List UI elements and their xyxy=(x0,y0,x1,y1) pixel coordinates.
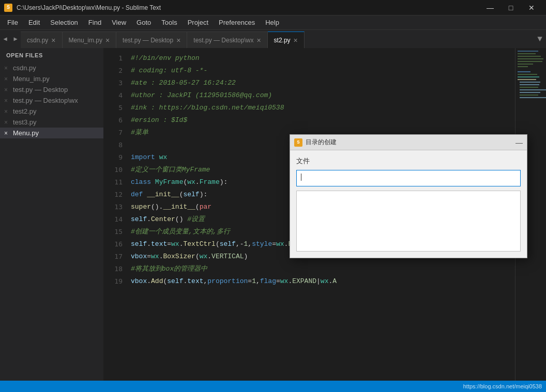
menu-help[interactable]: Help xyxy=(260,15,284,29)
line-num-3: 3 xyxy=(103,77,127,89)
sidebar-file-name: csdn.py xyxy=(13,64,36,72)
sidebar-item-test2[interactable]: × test2.py xyxy=(0,106,103,117)
line-num-14: 14 xyxy=(103,213,127,226)
tab-close-test-wx[interactable]: × xyxy=(256,37,261,44)
tab-label-test-wx: test.py — Desktop\wx xyxy=(193,37,253,44)
tab-nav-left[interactable]: ◀ xyxy=(0,30,10,48)
menu-goto[interactable]: Goto xyxy=(131,15,156,29)
menu-edit[interactable]: Edit xyxy=(23,15,45,29)
sidebar-header: OPEN FILES xyxy=(0,48,103,62)
dialog-file-input[interactable] xyxy=(296,170,521,186)
svg-rect-7 xyxy=(518,66,528,67)
close-button[interactable]: ✕ xyxy=(521,0,542,15)
sidebar-item-test-wx[interactable]: × test.py — Desktop\wx xyxy=(0,95,103,106)
tab-menu-im[interactable]: Menu_im.py × xyxy=(63,32,117,48)
code-line-18: #将其放到box的管理器中 xyxy=(131,263,515,275)
minimize-button[interactable]: — xyxy=(480,0,501,15)
svg-rect-8 xyxy=(518,71,530,72)
sidebar-file-name: Menu.py xyxy=(13,129,39,137)
close-icon: × xyxy=(4,108,8,115)
title-text: C:\Users\JackPi\Desktop\wx\Menu.py - Sub… xyxy=(17,4,161,11)
code-line-6: #ersion : $Id$ xyxy=(131,114,515,127)
menu-view[interactable]: View xyxy=(107,15,131,29)
dialog[interactable]: S 目录的创建 — 文件 xyxy=(290,134,527,258)
close-icon: × xyxy=(4,65,8,72)
title-bar: S C:\Users\JackPi\Desktop\wx\Menu.py - S… xyxy=(0,0,546,15)
close-icon: × xyxy=(4,86,8,93)
menu-tools[interactable]: Tools xyxy=(156,15,182,29)
title-controls: — □ ✕ xyxy=(480,0,542,15)
app-icon: S xyxy=(4,4,12,12)
tab-close-menu-im[interactable]: × xyxy=(105,37,110,44)
svg-rect-18 xyxy=(520,97,546,98)
tab-nav-right[interactable]: ▶ xyxy=(10,30,21,48)
line-num-5: 5 xyxy=(103,102,127,114)
line-num-16: 16 xyxy=(103,238,127,250)
svg-rect-13 xyxy=(520,84,539,85)
line-num-19: 19 xyxy=(103,275,127,288)
sidebar-file-name: test3.py xyxy=(13,118,37,126)
dialog-title-left: S 目录的创建 xyxy=(294,138,337,147)
svg-rect-5 xyxy=(518,61,542,62)
close-icon: × xyxy=(4,119,8,126)
svg-rect-10 xyxy=(518,76,539,77)
svg-rect-12 xyxy=(520,82,540,83)
sidebar-item-menu[interactable]: × Menu.py xyxy=(0,128,103,138)
sidebar: OPEN FILES × csdn.py × Menu_im.py × test… xyxy=(0,48,103,392)
line-num-10: 10 xyxy=(103,164,127,176)
tab-overflow-button[interactable]: ▼ xyxy=(534,30,546,48)
menu-project[interactable]: Project xyxy=(183,15,214,29)
menu-find[interactable]: Find xyxy=(83,15,107,29)
menu-file[interactable]: File xyxy=(2,15,23,29)
line-num-6: 6 xyxy=(103,114,127,127)
dialog-icon: S xyxy=(294,138,302,147)
tab-st2[interactable]: st2.py × xyxy=(268,32,305,48)
code-line-5: #ink : https://blog.csdn.net/meiqi0538 xyxy=(131,102,515,114)
svg-rect-14 xyxy=(520,87,538,88)
close-icon: × xyxy=(4,75,8,83)
sidebar-file-name: test2.py xyxy=(13,107,37,115)
sidebar-item-csdn[interactable]: × csdn.py xyxy=(0,62,103,73)
text-cursor xyxy=(301,174,301,181)
line-num-7: 7 xyxy=(103,127,127,139)
menu-selection[interactable]: Selection xyxy=(45,15,83,29)
tab-test-desktop[interactable]: test.py — Desktop × xyxy=(116,32,187,48)
svg-rect-17 xyxy=(520,95,538,96)
dialog-close-button[interactable]: — xyxy=(515,138,523,147)
sidebar-item-test3[interactable]: × test3.py xyxy=(0,117,103,128)
tab-close-test-desktop[interactable]: × xyxy=(176,37,180,44)
dialog-body: 文件 xyxy=(290,150,527,258)
maximize-button[interactable]: □ xyxy=(501,0,521,15)
dialog-title-text: 目录的创建 xyxy=(306,138,337,147)
svg-rect-11 xyxy=(518,79,536,80)
tab-label-test-desktop: test.py — Desktop xyxy=(123,37,173,44)
tab-label-csdn: csdn.py xyxy=(27,37,48,44)
tab-csdn[interactable]: csdn.py × xyxy=(21,32,63,48)
dialog-text-area[interactable] xyxy=(296,191,521,252)
sidebar-file-name: Menu_im.py xyxy=(13,75,50,83)
svg-rect-16 xyxy=(520,92,540,93)
sidebar-file-name: test.py — Desktop xyxy=(13,86,68,93)
tab-test-wx[interactable]: test.py — Desktop\wx × xyxy=(187,32,267,48)
menu-preferences[interactable]: Preferences xyxy=(214,15,260,29)
code-line-1: #!/bin/env python xyxy=(131,52,515,65)
line-num-8: 8 xyxy=(103,139,127,151)
sidebar-item-menu-im[interactable]: × Menu_im.py xyxy=(0,73,103,84)
code-line-2: # coding: utf-8 -*- xyxy=(131,65,515,77)
svg-rect-6 xyxy=(518,64,533,65)
menu-bar: File Edit Selection Find View Goto Tools… xyxy=(0,15,546,30)
sidebar-file-name: test.py — Desktop\wx xyxy=(13,97,78,104)
code-line-3: #ate : 2018-05-27 16:24:22 xyxy=(131,77,515,89)
tab-close-st2[interactable]: × xyxy=(294,37,298,44)
dialog-file-label: 文件 xyxy=(296,156,521,166)
line-num-18: 18 xyxy=(103,263,127,275)
tab-bar: ◀ ▶ csdn.py × Menu_im.py × test.py — Des… xyxy=(0,30,546,48)
svg-rect-4 xyxy=(518,58,543,59)
dialog-title-bar: S 目录的创建 — xyxy=(290,135,527,150)
sidebar-item-test-desktop[interactable]: × test.py — Desktop xyxy=(0,84,103,95)
tab-label-st2: st2.py xyxy=(274,37,291,44)
tab-close-csdn[interactable]: × xyxy=(51,37,55,44)
code-line-4: #uthor : JackPI (1129501586@qq.com) xyxy=(131,89,515,102)
svg-rect-3 xyxy=(518,56,541,57)
line-num-11: 11 xyxy=(103,176,127,189)
